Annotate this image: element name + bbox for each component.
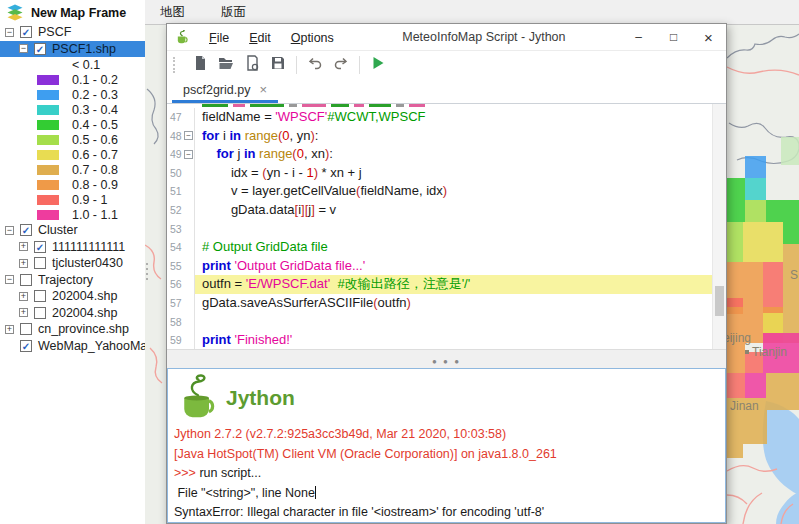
editor-scrollbar[interactable] <box>712 104 726 349</box>
open-file-button[interactable] <box>213 53 239 77</box>
fold-icon[interactable]: − <box>184 131 193 140</box>
jython-console[interactable]: Jython Jython 2.7.2 (v2.7.2:925a3cc3b49d… <box>167 368 726 523</box>
expand-icon[interactable]: + <box>5 325 14 334</box>
code-text: for i in range(0, yn): <box>195 127 713 146</box>
tree-node-111111111111[interactable]: +✓111111111111 <box>0 239 145 256</box>
code-line-56: 56outfn = 'E/WPSCF.dat' #改输出路径，注意是'/' <box>167 275 713 294</box>
redo-button[interactable] <box>328 53 354 77</box>
close-button[interactable]: × <box>691 24 726 50</box>
code-text: v = layer.getCellValue(fieldName, idx) <box>195 182 713 201</box>
minimize-button[interactable]: – <box>621 24 656 50</box>
code-text: idx = (yn - i - 1) * xn + j <box>195 164 713 183</box>
maximize-button[interactable]: □ <box>656 24 691 50</box>
layer-checkbox[interactable] <box>34 307 46 319</box>
menu-layout-tab[interactable]: 版面 <box>218 2 249 23</box>
tree-node-tjcluster0430[interactable]: +tjcluster0430 <box>0 255 145 272</box>
pscf-cell <box>743 222 783 262</box>
collapse-icon[interactable]: − <box>5 226 14 235</box>
code-text: gData.saveAsSurferASCIIFile(outfn) <box>195 294 713 313</box>
layer-checkbox[interactable]: ✓ <box>20 224 32 236</box>
code-line-53: 53 <box>167 220 713 239</box>
legend-item-0-1-0-2[interactable]: 0.1 - 0.2 <box>0 72 145 87</box>
window-titlebar[interactable]: FileEditOptions MeteoInfoMap Script - Jy… <box>167 24 726 51</box>
code-line-51: 51 v = layer.getCellValue(fieldName, idx… <box>167 182 713 201</box>
expand-icon[interactable]: + <box>19 308 28 317</box>
expand-icon[interactable]: + <box>19 259 28 268</box>
legend-item-1-0-1-1[interactable]: 1.0 - 1.1 <box>0 207 145 222</box>
collapse-icon[interactable]: − <box>19 44 28 53</box>
layer-checkbox[interactable] <box>34 257 46 269</box>
legend-label: 0.7 - 0.8 <box>72 163 118 177</box>
fold-icon[interactable]: − <box>184 150 193 159</box>
code-editor[interactable]: 47fieldName = 'WPSCF'#WCWT,WPSCF48−for i… <box>167 104 726 349</box>
tree-node-pscf1-shp[interactable]: −✓PSCF1.shp <box>0 41 145 58</box>
legend-item-0-1[interactable]: < 0.1 <box>0 57 145 72</box>
save-button[interactable] <box>265 53 291 77</box>
console-line: SyntaxError: Illegal character in file '… <box>168 503 725 523</box>
new-file-button[interactable] <box>187 53 213 77</box>
run-script-button[interactable] <box>365 53 391 77</box>
layer-checkbox[interactable] <box>34 290 46 302</box>
legend-item-0-9-1[interactable]: 0.9 - 1 <box>0 192 145 207</box>
code-line-48: 48−for i in range(0, yn): <box>167 127 713 146</box>
layer-checkbox[interactable] <box>20 323 32 335</box>
window-title: MeteoInfoMap Script - Jython <box>347 30 621 44</box>
layer-checkbox[interactable]: ✓ <box>34 241 46 253</box>
layer-checkbox[interactable]: ✓ <box>20 340 32 352</box>
legend-item-0-7-0-8[interactable]: 0.7 - 0.8 <box>0 162 145 177</box>
expand-icon[interactable]: + <box>19 292 28 301</box>
panel-splitter[interactable] <box>146 263 148 280</box>
tree-node-pscf[interactable]: −✓PSCF <box>0 24 145 41</box>
jython-logo: Jython <box>176 374 725 422</box>
layer-checkbox[interactable]: ✓ <box>34 43 46 55</box>
legend-label: 0.2 - 0.3 <box>72 88 118 102</box>
tree-node-cluster[interactable]: −✓Cluster <box>0 222 145 239</box>
save-as-icon <box>244 55 260 74</box>
legend-swatch <box>37 210 59 220</box>
pscf-cell <box>727 200 745 222</box>
editor-tabbar: pscf2grid.py × <box>167 78 726 104</box>
menu-edit[interactable]: Edit <box>242 29 278 47</box>
editor-console-splitter[interactable]: ● ● ● <box>167 349 726 368</box>
map-frame-header[interactable]: New Map Frame <box>0 0 145 24</box>
menu-file[interactable]: File <box>202 29 236 47</box>
layer-checkbox[interactable]: ✓ <box>20 26 32 38</box>
gutter-cell: 47 <box>167 108 195 127</box>
legend-swatch <box>37 195 59 205</box>
legend-item-0-4-0-5[interactable]: 0.4 - 0.5 <box>0 117 145 132</box>
tree-node-202004-shp[interactable]: +202004.shp <box>0 288 145 305</box>
legend-label: 0.9 - 1 <box>72 193 107 207</box>
legend-item-0-8-0-9[interactable]: 0.8 - 0.9 <box>0 177 145 192</box>
pscf-cell <box>745 156 766 178</box>
legend-item-0-6-0-7[interactable]: 0.6 - 0.7 <box>0 147 145 162</box>
legend-item-0-3-0-4[interactable]: 0.3 - 0.4 <box>0 102 145 117</box>
code-line-52: 52 gData.data[i][j] = v <box>167 201 713 220</box>
legend-item-0-2-0-3[interactable]: 0.2 - 0.3 <box>0 87 145 102</box>
tree-node-trajectory[interactable]: −Trajectory <box>0 272 145 289</box>
menu-options[interactable]: Options <box>284 29 341 47</box>
legend-label: 0.6 - 0.7 <box>72 148 118 162</box>
script-window: FileEditOptions MeteoInfoMap Script - Jy… <box>166 23 727 524</box>
layer-label: 111111111111 <box>52 240 125 254</box>
code-lines: 47fieldName = 'WPSCF'#WCWT,WPSCF48−for i… <box>167 108 713 349</box>
pscf-cell <box>767 398 799 410</box>
tree-node-webmap-yahoomap[interactable]: ✓WebMap_YahooMap <box>0 338 145 355</box>
tree-node-202004-shp[interactable]: +202004.shp <box>0 305 145 322</box>
tree-node-cn-province-shp[interactable]: +cn_province.shp <box>0 321 145 338</box>
menu-map-tab[interactable]: 地图 <box>157 2 188 23</box>
tab-label: pscf2grid.py <box>183 83 250 97</box>
legend-item-0-5-0-6[interactable]: 0.5 - 0.6 <box>0 132 145 147</box>
collapse-icon[interactable]: − <box>5 28 14 37</box>
gutter-cell: 56 <box>167 275 195 294</box>
undo-button[interactable] <box>302 53 328 77</box>
tab-pscf2grid[interactable]: pscf2grid.py × <box>172 79 278 103</box>
collapse-icon[interactable]: − <box>5 275 14 284</box>
expand-icon[interactable]: + <box>19 242 28 251</box>
legend-label: 0.4 - 0.5 <box>72 118 118 132</box>
tab-close-icon[interactable]: × <box>259 85 267 95</box>
code-line-55: 55print 'Output GridData file...' <box>167 257 713 276</box>
toolbar-grip[interactable] <box>173 57 178 73</box>
save-as-button[interactable] <box>239 53 265 77</box>
layer-checkbox[interactable] <box>20 274 32 286</box>
scrollbar-thumb[interactable] <box>715 286 724 316</box>
